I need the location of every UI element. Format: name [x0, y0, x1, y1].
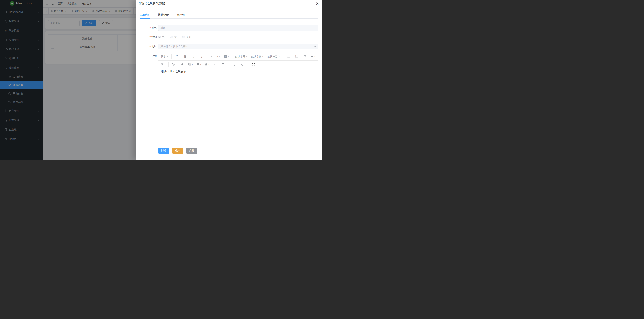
- drawer-actions: 同意 驳回 委托: [158, 148, 318, 154]
- caret-down-icon: ▾: [200, 63, 201, 65]
- form-row-address: 地址: [140, 44, 318, 50]
- address-field: [158, 44, 318, 50]
- approve-button[interactable]: 同意: [158, 148, 170, 154]
- reject-button[interactable]: 驳回: [172, 148, 184, 154]
- tab-form-info[interactable]: 表单信息: [140, 11, 150, 19]
- redo-icon[interactable]: [240, 62, 245, 67]
- tab-flow-diagram[interactable]: 流程图: [176, 11, 185, 19]
- editor-toolbar-row-2: ▾ ▾ ▾ ▾ ▾: [158, 61, 318, 68]
- rich-text-editor: 正文▾ “ B U I ⋯▾ A▾ A▾: [158, 53, 318, 143]
- radio-icon: [182, 36, 185, 39]
- process-drawer: 处理【在线表单流程】 × 表单信息 流转记录 流程图 姓名 性别: [136, 0, 322, 160]
- image-icon[interactable]: ▾: [188, 62, 193, 67]
- fullscreen-icon[interactable]: [251, 62, 256, 67]
- todo-icon[interactable]: [302, 54, 308, 59]
- address-cascader: [158, 44, 318, 50]
- toolbar-divider: [168, 62, 169, 67]
- radio-selected-icon: [158, 36, 161, 39]
- gender-label: 性别: [140, 36, 157, 39]
- quote-icon[interactable]: “: [174, 54, 180, 59]
- radio-male: 男: [158, 36, 165, 39]
- paragraph-style-dropdown[interactable]: 正文▾: [160, 54, 169, 59]
- app-window: Maku Boot Dashboard 权限管理 ⚙ 系统设置 应用管理: [0, 0, 322, 160]
- caret-down-icon: ▾: [164, 63, 166, 65]
- name-field: [158, 25, 318, 31]
- drawer-header: 处理【在线表单流程】 ×: [136, 0, 322, 8]
- form-row-name: 姓名: [140, 25, 318, 31]
- code-icon[interactable]: [212, 62, 218, 67]
- drawer-body: 表单信息 流转记录 流程图 姓名 性别 男: [136, 8, 322, 154]
- bg-color-icon[interactable]: A▾: [224, 54, 229, 59]
- more-styles-icon[interactable]: ⋯▾: [207, 54, 213, 59]
- toolbar-divider: [172, 54, 172, 59]
- caret-down-icon: ▾: [262, 56, 264, 58]
- process-form: 姓名 性别 男 女: [140, 25, 318, 143]
- caret-down-icon: ▾: [211, 56, 212, 58]
- font-color-icon[interactable]: A▾: [215, 54, 221, 59]
- drawer-tabs: 表单信息 流转记录 流程图: [140, 11, 318, 19]
- intro-label: 介绍: [140, 53, 157, 58]
- caret-down-icon: ▾: [279, 56, 280, 58]
- table-icon[interactable]: ▾: [204, 62, 210, 67]
- caret-down-icon: ▾: [314, 56, 316, 58]
- name-label: 姓名: [140, 26, 157, 30]
- radio-female: 女: [170, 36, 177, 39]
- form-row-intro: 介绍 正文▾ “ B U I: [140, 53, 318, 143]
- svg-text:3: 3: [295, 57, 296, 58]
- line-height-dropdown[interactable]: 默认行高▾: [267, 54, 280, 59]
- font-size-dropdown[interactable]: 默认字号▾: [234, 54, 248, 59]
- caret-down-icon: ▾: [246, 56, 248, 58]
- toolbar-divider: [229, 62, 229, 67]
- divider-icon[interactable]: [220, 62, 226, 67]
- numbered-list-icon[interactable]: 123: [294, 54, 300, 59]
- gender-radio-group: 男 女 未知: [158, 34, 318, 40]
- radio-icon: [170, 36, 173, 39]
- indent-icon[interactable]: ▾: [160, 62, 166, 67]
- underline-icon[interactable]: U: [191, 54, 196, 59]
- editor-content[interactable]: 测试Online在线表单: [158, 68, 318, 143]
- caret-down-icon: ▾: [192, 63, 193, 65]
- chevron-down-icon: [314, 45, 316, 48]
- radio-unknown: 未知: [182, 36, 191, 39]
- caret-down-icon: ▾: [176, 63, 176, 65]
- toolbar-divider: [283, 54, 283, 59]
- link-icon[interactable]: [180, 62, 185, 67]
- caret-down-icon: ▾: [208, 63, 209, 65]
- tab-flow-records[interactable]: 流转记录: [158, 11, 169, 19]
- bold-icon[interactable]: B: [182, 54, 188, 59]
- form-row-gender: 性别 男 女 未知: [140, 34, 318, 40]
- drawer-title: 处理【在线表单流程】: [138, 2, 166, 6]
- align-icon[interactable]: ▾: [310, 54, 316, 59]
- video-icon[interactable]: ▾: [196, 62, 202, 67]
- close-icon[interactable]: ×: [316, 2, 319, 6]
- undo-icon[interactable]: [232, 62, 237, 67]
- toolbar-divider: [232, 54, 232, 59]
- font-family-dropdown[interactable]: 默认字体▾: [250, 54, 264, 59]
- italic-icon[interactable]: I: [199, 54, 204, 59]
- delegate-button[interactable]: 委托: [186, 148, 198, 154]
- address-label: 地址: [140, 45, 157, 48]
- editor-toolbar-row-1: 正文▾ “ B U I ⋯▾ A▾ A▾: [158, 53, 318, 61]
- bullet-list-icon[interactable]: [286, 54, 291, 59]
- caret-down-icon: ▾: [219, 56, 220, 58]
- emoji-icon[interactable]: ▾: [171, 62, 177, 67]
- caret-down-icon: ▾: [228, 56, 229, 58]
- caret-down-icon: ▾: [167, 56, 168, 58]
